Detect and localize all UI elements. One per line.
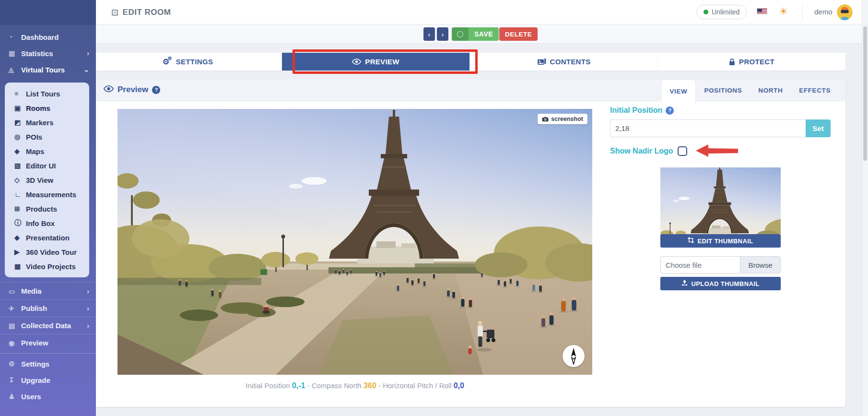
user-name[interactable]: demo [814, 8, 833, 16]
edit-room-icon: ⊡ [111, 7, 119, 18]
sidebar-item-label: Video Projects [26, 262, 76, 271]
plan-status-dot [704, 10, 708, 14]
3d-view-icon: ◇ [14, 176, 26, 184]
help-icon[interactable]: ? [152, 86, 160, 94]
tab-preview[interactable]: PREVIEW [282, 53, 470, 71]
users-icon: ♟ [9, 392, 21, 400]
panel-title: Preview ? [104, 85, 160, 95]
virtual-tours-icon: ◬ [9, 66, 21, 73]
sidebar-item-360-video-tour[interactable]: ▶360 Video Tour [5, 245, 89, 259]
next-room-button[interactable]: › [437, 27, 448, 41]
sidebar-item-label: Upgrade [21, 376, 50, 384]
chevron-icon: › [87, 322, 89, 330]
chevron-icon: › [87, 287, 89, 295]
avatar[interactable] [837, 4, 853, 20]
sidebar-item-label: Collected Data [21, 321, 71, 330]
app-window: ◔Dashboard▥Statistics›◬Virtual Tours⌄ ≡L… [0, 0, 868, 416]
room-thumbnail [660, 167, 781, 234]
tab-protect[interactable]: PROTECT [658, 53, 845, 71]
sidebar-item-editor-ui[interactable]: ▧Editor UI [5, 158, 89, 173]
sidebar-item-dashboard[interactable]: ◔Dashboard [0, 29, 96, 45]
sidebar-item-video-projects[interactable]: ▦Video Projects [5, 259, 89, 273]
sidebar-item-media[interactable]: ▭Media› [0, 282, 96, 299]
save-button[interactable]: SAVE [452, 27, 499, 41]
sidebar-item-products[interactable]: ⊞Products [5, 202, 89, 216]
panorama-viewer[interactable]: screenshot [117, 109, 592, 375]
sidebar-item-publish[interactable]: ✈Publish› [0, 299, 96, 317]
pois-icon: ◎ [14, 133, 26, 141]
sidebar-item-label: Rooms [26, 104, 50, 112]
viewer-status-line: Initial Position 0,-1 - Compass North 36… [117, 381, 592, 390]
sidebar-item-label: Markers [26, 119, 54, 127]
maps-icon: ◈ [14, 147, 26, 155]
subtab-north[interactable]: NORTH [750, 79, 791, 101]
sidebar-item-label: Measurements [26, 190, 76, 199]
plan-badge[interactable]: Unlimited [696, 5, 747, 19]
thumbnail-file-input[interactable]: Choose file Browse [660, 256, 781, 273]
sidebar-item-label: Statistics [21, 49, 53, 58]
sidebar-item-label: List Tours [26, 90, 60, 98]
annotation-arrow [696, 143, 738, 158]
pitch-roll-value: 0,0 [454, 381, 464, 390]
prev-room-button[interactable]: ‹ [423, 27, 435, 41]
scrollbar-thumb[interactable] [863, 26, 867, 161]
sidebar-item-preview[interactable]: ◉Preview [0, 334, 96, 351]
sidebar-top-group: ◔Dashboard▥Statistics›◬Virtual Tours⌄ [0, 25, 96, 78]
subtab-effects[interactable]: EFFECTS [791, 79, 839, 101]
sidebar-item-label: Users [21, 392, 41, 401]
preview-icon: ◉ [9, 339, 21, 347]
list-tours-icon: ≡ [14, 90, 26, 97]
crop-icon [688, 237, 694, 245]
editor-ui-icon: ▧ [14, 162, 26, 169]
sidebar-item-statistics[interactable]: ▥Statistics› [0, 45, 96, 61]
sidebar-item-collected-data[interactable]: ▤Collected Data› [0, 317, 96, 334]
sidebar-item-label: Presentation [26, 234, 70, 242]
window-scrollbar[interactable] [862, 0, 868, 416]
collected-data-icon: ▤ [9, 322, 21, 330]
chevron-icon: › [87, 49, 89, 57]
subtab-positions[interactable]: POSITIONS [696, 79, 750, 101]
dashboard-icon: ◔ [9, 33, 21, 41]
sidebar: ◔Dashboard▥Statistics›◬Virtual Tours⌄ ≡L… [0, 0, 96, 416]
sidebar-item-settings[interactable]: ⚙Settings [0, 356, 96, 372]
sidebar-item-users[interactable]: ♟Users [0, 388, 96, 404]
subtab-view[interactable]: VIEW [661, 79, 696, 103]
rooms-icon: ▣ [14, 104, 26, 112]
save-spinner-icon [452, 27, 469, 41]
sidebar-item-pois[interactable]: ◎POIs [5, 130, 89, 144]
nadir-logo-checkbox[interactable] [678, 146, 687, 156]
theme-sun-icon[interactable]: ☀ [779, 6, 788, 17]
sidebar-item-markers[interactable]: ◩Markers [5, 115, 89, 130]
edit-thumbnail-button[interactable]: EDIT THUMBNAIL [660, 234, 781, 248]
tab-settings[interactable]: ⚙⚙ SETTINGS [94, 53, 282, 71]
sidebar-item-upgrade[interactable]: ↧Upgrade [0, 372, 96, 388]
sidebar-item-list-tours[interactable]: ≡List Tours [5, 86, 89, 101]
screenshot-button[interactable]: screenshot [538, 114, 587, 124]
initial-position-input[interactable] [610, 119, 806, 137]
sidebar-item-presentation[interactable]: ◆Presentation [5, 230, 89, 245]
sidebar-item-label: Publish [21, 304, 47, 312]
sidebar-item-info-box[interactable]: ⓘInfo Box [5, 216, 89, 230]
sidebar-item-label: Settings [21, 360, 49, 368]
sidebar-item-maps[interactable]: ◈Maps [5, 144, 89, 158]
sidebar-item-measurements[interactable]: ∟Measurements [5, 187, 89, 202]
language-flag-icon[interactable] [757, 8, 767, 15]
compass-control[interactable] [563, 345, 585, 367]
sidebar-item-rooms[interactable]: ▣Rooms [5, 101, 89, 115]
delete-button[interactable]: DELETE [499, 27, 538, 41]
upload-thumbnail-button[interactable]: UPLOAD THUMBNAIL [660, 277, 781, 290]
set-button[interactable]: Set [806, 119, 831, 137]
initial-position-row: Set [610, 119, 831, 137]
sidebar-item-3d-view[interactable]: ◇3D View [5, 173, 89, 187]
tab-contents[interactable]: CONTENTS [470, 53, 658, 71]
statistics-icon: ▥ [9, 49, 21, 57]
help-icon[interactable]: ? [666, 107, 674, 115]
sidebar-item-label: 3D View [26, 176, 53, 184]
main-tab-bar: ⚙⚙ SETTINGS PREVIEW CONTENTS PROTECT [94, 53, 845, 71]
sidebar-submenu: ≡List Tours▣Rooms◩Markers◎POIs◈Maps▧Edit… [5, 83, 89, 277]
info-box-icon: ⓘ [14, 219, 26, 227]
sidebar-item-label: Info Box [26, 219, 55, 227]
sidebar-item-virtual-tours[interactable]: ◬Virtual Tours⌄ [0, 61, 96, 78]
browse-button[interactable]: Browse [740, 257, 780, 273]
sidebar-item-label: Maps [26, 147, 44, 155]
